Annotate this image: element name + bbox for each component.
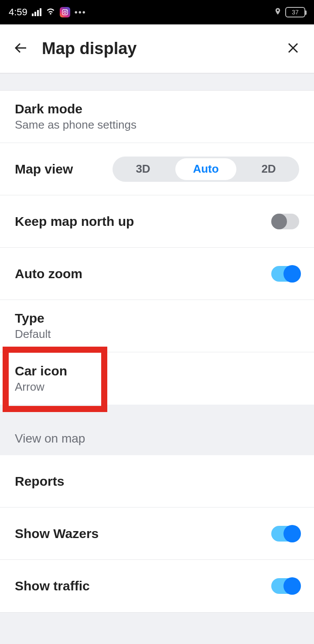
status-time: 4:59 (9, 7, 27, 18)
svg-point-1 (64, 11, 66, 13)
status-right: 37 (274, 7, 305, 18)
map-items-list: Reports Show Wazers Show traffic (0, 455, 314, 612)
type-title: Type (15, 311, 51, 326)
show-wazers-toggle[interactable] (271, 526, 299, 542)
car-icon-title: Car icon (15, 364, 67, 378)
dark-mode-sub: Same as phone settings (15, 118, 137, 132)
view-on-map-label: View on map (15, 432, 85, 446)
auto-zoom-title: Auto zoom (15, 266, 82, 281)
row-show-traffic: Show traffic (0, 560, 314, 612)
more-notifications-icon: ••• (75, 7, 86, 17)
map-view-3d[interactable]: 3D (113, 157, 174, 182)
battery-icon: 37 (285, 7, 305, 17)
map-view-title: Map view (15, 162, 73, 177)
reports-title: Reports (15, 474, 64, 489)
row-auto-zoom: Auto zoom (0, 248, 314, 300)
row-reports[interactable]: Reports (0, 455, 314, 508)
row-car-icon[interactable]: Car icon Arrow (0, 352, 314, 405)
location-icon (274, 7, 282, 18)
row-map-view: Map view 3D Auto 2D (0, 143, 314, 195)
svg-point-2 (66, 10, 67, 11)
dark-mode-title: Dark mode (15, 102, 137, 116)
show-traffic-title: Show traffic (15, 579, 90, 593)
auto-zoom-toggle[interactable] (271, 266, 299, 282)
row-north-up: Keep map north up (0, 195, 314, 248)
map-view-auto[interactable]: Auto (175, 158, 236, 180)
status-left: 4:59 ••• (9, 7, 86, 18)
map-view-2d[interactable]: 2D (238, 157, 299, 182)
type-sub: Default (15, 327, 51, 341)
show-wazers-title: Show Wazers (15, 526, 99, 541)
spacer (0, 73, 314, 91)
instagram-icon (60, 7, 70, 17)
north-up-title: Keep map north up (15, 214, 134, 229)
show-traffic-toggle[interactable] (271, 578, 299, 594)
close-icon[interactable] (285, 40, 301, 58)
car-icon-sub: Arrow (15, 380, 67, 394)
north-up-toggle[interactable] (271, 214, 299, 229)
back-icon[interactable] (13, 40, 29, 58)
settings-list: Dark mode Same as phone settings Map vie… (0, 91, 314, 405)
battery-level: 37 (292, 9, 299, 16)
map-view-segmented: 3D Auto 2D (113, 157, 299, 182)
app-header: Map display (0, 24, 314, 73)
row-show-wazers: Show Wazers (0, 508, 314, 560)
row-dark-mode[interactable]: Dark mode Same as phone settings (0, 91, 314, 143)
signal-icon (32, 8, 41, 16)
bottom-gap (0, 612, 314, 644)
wifi-icon (46, 7, 55, 18)
status-bar: 4:59 ••• 37 (0, 0, 314, 24)
row-type[interactable]: Type Default (0, 300, 314, 352)
section-view-on-map: View on map (0, 405, 314, 455)
page-title: Map display (42, 39, 272, 58)
